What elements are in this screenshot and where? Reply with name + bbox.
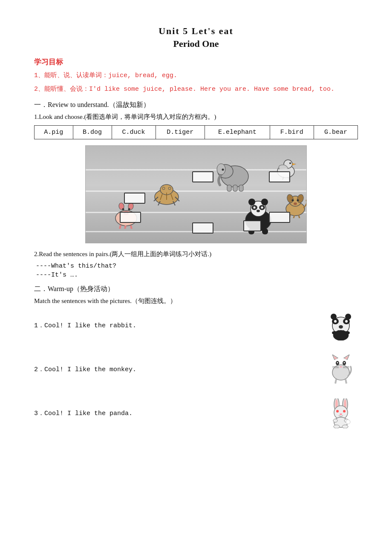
- svg-point-40: [294, 202, 297, 205]
- elephant-svg: [213, 159, 252, 193]
- section2-area: 2.Read the sentences in pairs.(两人一组用上面的单…: [34, 250, 358, 279]
- svg-point-96: [342, 425, 348, 428]
- section2-task: 2.Read the sentences in pairs.(两人一组用上面的单…: [34, 250, 358, 258]
- svg-line-55: [131, 225, 132, 229]
- svg-line-83: [346, 379, 346, 384]
- svg-point-63: [345, 314, 351, 320]
- svg-point-38: [292, 199, 294, 202]
- svg-point-95: [334, 425, 340, 428]
- svg-point-39: [297, 199, 299, 202]
- answer-box-7[interactable]: [243, 220, 261, 231]
- rabbit-icon: [326, 398, 356, 428]
- animal-race-image: [85, 145, 307, 243]
- svg-point-2: [162, 187, 165, 190]
- match-text-1: 1．Cool! I like the rabbit.: [34, 321, 307, 329]
- warmup-section: 二．Warm-up（热身活动） Match the sentences with…: [34, 285, 358, 441]
- tiger-svg: [152, 182, 182, 208]
- title-line2: Period One: [34, 38, 358, 49]
- svg-point-75: [337, 362, 338, 363]
- svg-point-59: [334, 320, 337, 323]
- animal-cell-2: C.duck: [112, 126, 156, 139]
- match-row-3: 3．Cool! I like the panda.: [34, 397, 358, 429]
- match-image-rabbit: [324, 397, 358, 429]
- svg-point-28: [261, 207, 263, 209]
- answer-box-3[interactable]: [124, 193, 145, 204]
- svg-line-53: [120, 225, 121, 229]
- section1-label: 一．Review to understand.（温故知新）: [34, 101, 358, 110]
- answer-box-6[interactable]: [192, 222, 213, 234]
- animal-cell-6: G.bear: [314, 126, 357, 139]
- svg-rect-15: [233, 185, 237, 191]
- svg-point-91: [340, 413, 342, 415]
- answer-box-4[interactable]: [120, 212, 141, 223]
- answer-box-2[interactable]: [269, 171, 290, 182]
- match-image-cat: [324, 353, 358, 385]
- section1-task: 1.Look and choose.(看图选单词，将单词序号填入对应的方框内。): [34, 113, 358, 121]
- svg-line-82: [335, 379, 336, 384]
- section-heading: 学习目标: [34, 57, 358, 67]
- svg-rect-33: [262, 228, 268, 234]
- objective-2: 2、能听懂、会说：I'd like some juice, please. He…: [34, 84, 358, 95]
- answer-box-1[interactable]: [192, 171, 213, 182]
- svg-point-62: [331, 314, 337, 320]
- section3-task: Match the sentences with the pictures.（句…: [34, 297, 358, 305]
- svg-line-54: [125, 225, 126, 229]
- svg-point-51: [122, 208, 124, 211]
- match-image-panda: [324, 309, 358, 341]
- pairs-line-2: ----It's ….: [34, 271, 358, 279]
- svg-point-97: [346, 420, 350, 424]
- svg-point-27: [254, 207, 256, 209]
- animal-cell-3: D.tiger: [156, 126, 205, 139]
- animal-cell-0: A.pig: [35, 126, 73, 139]
- match-area: 1．Cool! I like the rabbit.: [34, 309, 358, 441]
- svg-point-76: [344, 362, 345, 363]
- svg-line-42: [294, 215, 294, 218]
- panda-icon: [326, 311, 356, 340]
- svg-point-93: [333, 419, 337, 422]
- svg-point-89: [336, 410, 339, 413]
- match-text-3: 3．Cool! I like the panda.: [34, 409, 307, 417]
- svg-point-29: [257, 210, 260, 212]
- svg-point-90: [343, 410, 346, 413]
- svg-rect-14: [227, 185, 231, 191]
- svg-point-66: [345, 331, 350, 335]
- animal-cell-4: E.elephant: [205, 126, 270, 139]
- svg-point-52: [128, 208, 130, 211]
- svg-point-31: [261, 199, 268, 205]
- svg-point-30: [248, 199, 255, 205]
- title-line1: Unit 5 Let's eat: [34, 26, 358, 37]
- section3-label: 二．Warm-up（热身活动）: [34, 285, 358, 294]
- svg-point-3: [168, 187, 171, 190]
- animal-table: A.pigB.dogC.duckD.tigerE.elephantF.birdG…: [34, 125, 358, 139]
- svg-point-17: [222, 169, 224, 171]
- title-block: Unit 5 Let's eat Period One: [34, 26, 358, 49]
- animal-scene: [86, 146, 306, 243]
- match-row-1: 1．Cool! I like the rabbit.: [34, 309, 358, 341]
- svg-rect-16: [239, 185, 243, 191]
- svg-point-13: [217, 164, 225, 175]
- svg-point-60: [345, 320, 348, 323]
- match-text-2: 2．Cool! I like the monkey.: [34, 365, 307, 373]
- match-row-2: 2．Cool! I like the monkey.: [34, 353, 358, 385]
- animal-cell-5: F.bird: [270, 126, 314, 139]
- svg-point-65: [332, 331, 337, 335]
- cat-icon: [326, 355, 356, 384]
- answer-box-5[interactable]: [269, 212, 290, 223]
- objective-1: 1、能听、说、认读单词：juice, bread, egg.: [34, 70, 358, 81]
- svg-line-43: [299, 215, 300, 218]
- pairs-line-1: ----What's this/that?: [34, 263, 358, 270]
- animal-cell-1: B.dog: [73, 126, 112, 139]
- svg-point-61: [339, 325, 343, 329]
- svg-point-22: [289, 162, 291, 164]
